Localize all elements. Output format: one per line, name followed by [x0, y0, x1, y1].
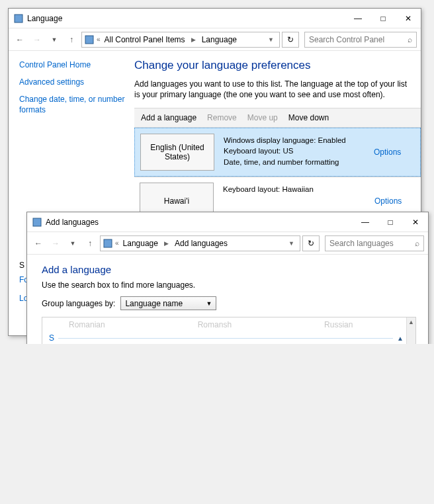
breadcrumb[interactable]: Add languages: [173, 239, 229, 248]
sidebar-control-panel-home[interactable]: Control Panel Home: [19, 60, 128, 69]
page-heading: Change your language preferences: [134, 59, 414, 72]
breadcrumb[interactable]: Language: [200, 35, 238, 44]
scrollbar[interactable]: ▲ ▼: [406, 317, 415, 344]
dialog-heading: Add a language: [42, 264, 416, 275]
window-title: Add languages: [46, 218, 353, 227]
collapse-icon[interactable]: ▲: [397, 335, 404, 342]
svg-rect-3: [104, 239, 112, 247]
chevron-down-icon: ▼: [206, 300, 212, 307]
breadcrumb[interactable]: Language: [122, 239, 159, 248]
language-row[interactable]: English (United States) Windows display …: [134, 128, 421, 177]
peek-row: Romanian Romansh Russian: [49, 320, 404, 329]
page-description: Add languages you want to use to this li…: [134, 79, 408, 100]
search-placeholder: Search languages: [329, 239, 394, 248]
info-line: Windows display language: Enabled: [224, 135, 370, 146]
window-title: Language: [27, 14, 345, 23]
control-panel-icon: [85, 35, 94, 44]
up-button[interactable]: ↑: [64, 32, 79, 47]
control-panel-icon: [103, 239, 112, 248]
refresh-button[interactable]: ↻: [282, 32, 299, 48]
minimize-button[interactable]: —: [353, 213, 378, 231]
group-header[interactable]: S ▲: [49, 333, 404, 343]
add-languages-window: Add languages — □ ✕ ← → ▼ ↑ « Language ▶…: [26, 212, 429, 344]
info-line: Date, time, and number formatting: [224, 157, 370, 167]
info-line: Keyboard layout: US: [224, 146, 370, 156]
language-tile: English (United States): [140, 134, 214, 171]
toolbar-move-down[interactable]: Move down: [288, 113, 329, 122]
control-panel-icon: [14, 14, 23, 23]
recent-dropdown[interactable]: ▼: [65, 236, 80, 251]
control-panel-icon: [32, 218, 42, 227]
breadcrumb-root-overflow[interactable]: «: [115, 239, 119, 247]
language-options-link[interactable]: Options: [374, 128, 420, 176]
close-button[interactable]: ✕: [396, 9, 421, 28]
up-button[interactable]: ↑: [83, 236, 97, 251]
group-by-label: Group languages by:: [42, 299, 115, 308]
chevron-right-icon[interactable]: ▶: [189, 36, 198, 43]
forward-button[interactable]: →: [30, 32, 44, 47]
language-toolbar: Add a language Remove Move up Move down: [134, 108, 421, 128]
group-by-row: Group languages by: Language name ▼: [42, 296, 416, 310]
chevron-down-icon[interactable]: ▼: [288, 240, 297, 247]
svg-rect-1: [85, 36, 93, 44]
search-input[interactable]: Search languages ⌕: [325, 235, 424, 251]
navbar: ← → ▼ ↑ « All Control Panel Items ▶ Lang…: [9, 28, 421, 51]
toolbar-move-up[interactable]: Move up: [247, 113, 278, 122]
search-icon: ⌕: [408, 35, 412, 44]
group-by-dropdown[interactable]: Language name ▼: [120, 296, 216, 310]
maximize-button[interactable]: □: [378, 213, 403, 231]
peek-label: Romansh: [198, 320, 232, 329]
back-button[interactable]: ←: [13, 32, 27, 47]
maximize-button[interactable]: □: [370, 9, 396, 28]
toolbar-add-language[interactable]: Add a language: [141, 113, 196, 122]
breadcrumb-root-overflow[interactable]: «: [97, 36, 101, 43]
language-list[interactable]: ▲ ▼ Romanian Romansh Russian S ▲ caxa Sa: [42, 317, 416, 344]
search-placeholder: Search Control Panel: [309, 35, 384, 44]
chevron-right-icon[interactable]: ▶: [162, 240, 171, 247]
chevron-down-icon[interactable]: ▼: [268, 36, 277, 43]
close-button[interactable]: ✕: [403, 213, 428, 231]
search-icon: ⌕: [415, 239, 419, 248]
language-info: Windows display language: Enabled Keyboa…: [220, 128, 374, 176]
breadcrumb[interactable]: All Control Panel Items: [103, 35, 187, 44]
dialog-subtext: Use the search box to find more language…: [42, 280, 416, 290]
forward-button[interactable]: →: [48, 236, 63, 251]
titlebar: Language — □ ✕: [9, 9, 421, 28]
group-letter: S: [49, 333, 54, 343]
svg-rect-0: [15, 15, 22, 22]
address-bar[interactable]: « All Control Panel Items ▶ Language ▼: [81, 32, 280, 48]
minimize-button[interactable]: —: [345, 9, 370, 28]
recent-dropdown[interactable]: ▼: [47, 32, 62, 47]
sidebar-advanced-settings[interactable]: Advanced settings: [19, 77, 128, 87]
scroll-up-icon[interactable]: ▲: [407, 317, 415, 327]
toolbar-remove[interactable]: Remove: [207, 113, 237, 122]
navbar: ← → ▼ ↑ « Language ▶ Add languages ▼ ↻ S…: [27, 232, 428, 255]
titlebar: Add languages — □ ✕: [27, 212, 428, 232]
dialog-body: Add a language Use the search box to fin…: [27, 255, 428, 344]
svg-rect-2: [33, 218, 41, 226]
refresh-button[interactable]: ↻: [302, 235, 320, 251]
peek-label: Romanian: [69, 320, 105, 329]
dropdown-value: Language name: [125, 299, 183, 308]
info-line: Keyboard layout: Hawaiian: [223, 184, 370, 194]
search-input[interactable]: Search Control Panel ⌕: [304, 32, 417, 48]
sidebar-change-date-time[interactable]: Change date, time, or number formats: [19, 95, 128, 115]
peek-label: Russian: [324, 320, 353, 329]
back-button[interactable]: ←: [31, 236, 46, 251]
address-bar[interactable]: « Language ▶ Add languages ▼: [100, 235, 300, 251]
group-divider: [58, 338, 393, 339]
